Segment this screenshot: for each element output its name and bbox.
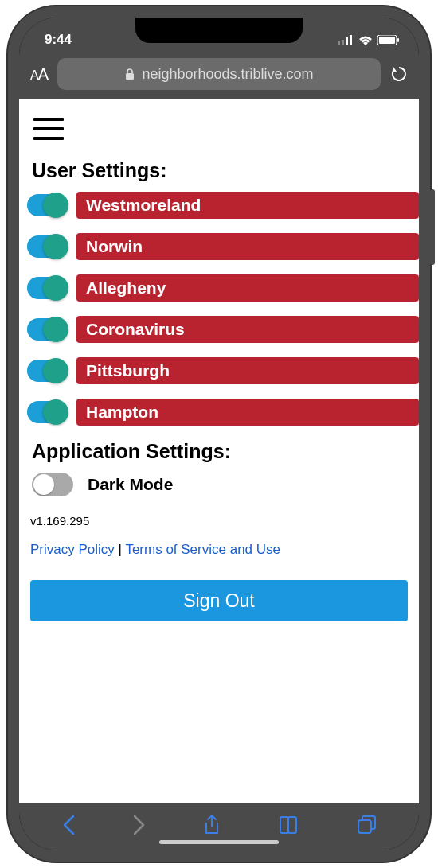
legal-links: Privacy Policy | Terms of Service and Us…: [30, 542, 411, 558]
svg-rect-8: [358, 820, 371, 833]
lock-icon: [124, 68, 135, 80]
page-content: User Settings: Westmoreland Norwin Alleg…: [19, 99, 419, 803]
svg-rect-0: [338, 41, 340, 45]
topic-row: Pittsburgh: [27, 357, 411, 384]
topic-row: Hampton: [27, 399, 411, 426]
topic-label: Norwin: [76, 233, 419, 260]
refresh-button[interactable]: [390, 65, 408, 83]
svg-rect-5: [379, 37, 395, 44]
back-button[interactable]: [62, 815, 75, 835]
topic-label: Pittsburgh: [76, 357, 419, 384]
browser-url-bar: AA neighborhoods.triblive.com: [19, 56, 419, 99]
sign-out-button[interactable]: Sign Out: [30, 580, 408, 621]
app-settings-heading: Application Settings:: [32, 440, 411, 463]
terms-link[interactable]: Terms of Service and Use: [125, 542, 280, 557]
text-size-button[interactable]: AA: [30, 65, 48, 84]
topic-label: Hampton: [76, 399, 419, 426]
topic-row: Westmoreland: [27, 192, 411, 219]
dark-mode-toggle[interactable]: [32, 473, 73, 496]
privacy-policy-link[interactable]: Privacy Policy: [30, 542, 115, 557]
svg-rect-2: [346, 37, 348, 45]
topic-toggle-coronavirus[interactable]: [27, 318, 67, 341]
url-text: neighborhoods.triblive.com: [142, 66, 313, 83]
address-bar[interactable]: neighborhoods.triblive.com: [57, 58, 381, 90]
dark-mode-label: Dark Mode: [88, 475, 173, 494]
svg-rect-6: [397, 38, 399, 42]
app-version: v1.169.295: [30, 514, 411, 527]
safari-toolbar: [19, 803, 419, 850]
topic-toggle-westmoreland[interactable]: [27, 194, 67, 216]
phone-notch: [135, 18, 303, 43]
tabs-button[interactable]: [357, 815, 376, 835]
topic-toggle-norwin[interactable]: [27, 235, 67, 258]
menu-button[interactable]: [33, 118, 64, 140]
phone-frame: 9:44 AA neighborhoods.triblive.com: [8, 6, 430, 862]
share-button[interactable]: [203, 814, 221, 836]
topic-row: Norwin: [27, 233, 411, 260]
topic-label: Allegheny: [76, 274, 419, 302]
topic-row: Allegheny: [27, 274, 411, 302]
topic-row: Coronavirus: [27, 316, 411, 343]
bookmarks-button[interactable]: [278, 816, 299, 834]
dark-mode-row: Dark Mode: [30, 473, 411, 496]
svg-rect-3: [350, 35, 352, 45]
phone-side-button: [430, 189, 435, 265]
forward-button[interactable]: [133, 815, 146, 835]
battery-icon: [377, 35, 400, 45]
cellular-icon: [338, 35, 354, 45]
topic-toggle-pittsburgh[interactable]: [27, 360, 67, 382]
topic-label: Coronavirus: [76, 316, 419, 343]
phone-screen: 9:44 AA neighborhoods.triblive.com: [19, 18, 419, 850]
svg-rect-7: [126, 73, 134, 80]
svg-rect-1: [342, 40, 344, 45]
wifi-icon: [358, 35, 373, 45]
home-indicator[interactable]: [159, 840, 279, 844]
user-settings-heading: User Settings:: [32, 159, 411, 182]
link-separator: |: [115, 542, 126, 557]
status-time: 9:44: [45, 32, 72, 48]
topic-toggle-hampton[interactable]: [27, 401, 67, 423]
topic-label: Westmoreland: [76, 192, 419, 219]
topic-toggle-allegheny[interactable]: [27, 277, 67, 299]
